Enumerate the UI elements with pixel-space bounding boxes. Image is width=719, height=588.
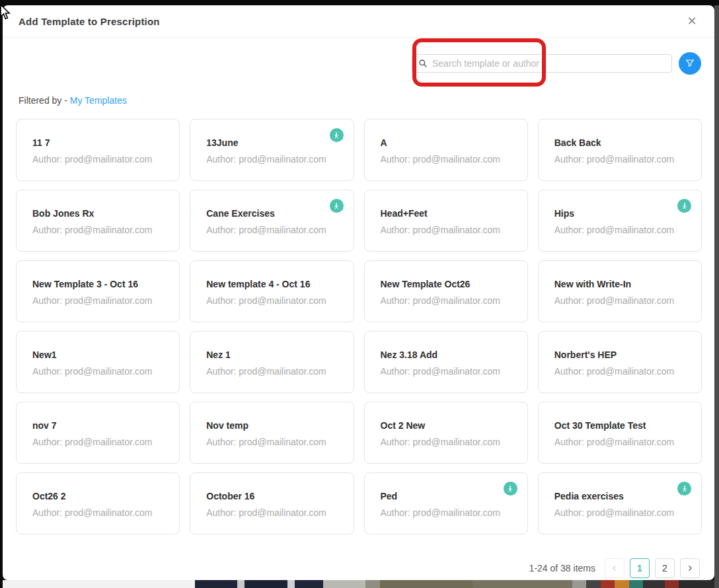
exercise-badge-icon — [504, 482, 517, 496]
search-icon — [418, 59, 428, 68]
page-button-1[interactable]: 1 — [630, 558, 650, 578]
template-card[interactable]: Back Back Author: prod@mailinator.com — [538, 119, 702, 181]
template-card-author: Author: prod@mailinator.com — [32, 295, 169, 306]
template-card-author: Author: prod@mailinator.com — [381, 366, 517, 377]
template-card[interactable]: Oct 2 New Author: prod@mailinator.com — [364, 402, 528, 464]
template-card[interactable]: Bob Jones Rx Author: prod@mailinator.com — [16, 190, 180, 252]
template-card[interactable]: Cane Exercises Author: prod@mailinator.c… — [190, 190, 354, 252]
template-card[interactable]: New with Write-In Author: prod@mailinato… — [538, 260, 702, 322]
filtered-by-label: Filtered by - — [19, 95, 67, 106]
template-card[interactable]: Pedia exercises Author: prod@mailinator.… — [538, 472, 702, 534]
pagination-summary: 1-24 of 38 items — [529, 563, 595, 573]
template-card-title: 11 7 — [32, 137, 169, 148]
template-card-title: 13June — [206, 137, 342, 148]
template-card-title: New template 4 - Oct 16 — [206, 279, 342, 289]
template-card-author: Author: prod@mailinator.com — [381, 507, 517, 518]
template-card-title: Back Back — [554, 137, 691, 148]
template-card-title: New with Write-In — [554, 279, 691, 289]
funnel-icon — [685, 58, 695, 69]
template-card[interactable]: Norbert's HEP Author: prod@mailinator.co… — [538, 331, 702, 393]
template-card-title: Cane Exercises — [206, 208, 342, 219]
template-card-author: Author: prod@mailinator.com — [206, 225, 342, 235]
template-card-title: New1 — [32, 349, 169, 360]
chevron-left-icon — [611, 565, 618, 571]
template-card-title: Oct26 2 — [32, 491, 169, 501]
exercise-badge-icon — [677, 199, 691, 213]
prev-page-button[interactable] — [605, 558, 624, 578]
template-card[interactable]: 11 7 Author: prod@mailinator.com — [16, 119, 180, 181]
template-card-author: Author: prod@mailinator.com — [554, 366, 691, 377]
scrollbar[interactable] — [714, 5, 719, 588]
template-card-title: Bob Jones Rx — [32, 208, 169, 219]
template-card-author: Author: prod@mailinator.com — [206, 507, 342, 518]
template-card-title: New Template Oct26 — [381, 279, 517, 289]
template-card-title: Oct 30 Template Test — [554, 420, 691, 431]
exercise-badge-icon — [677, 482, 691, 496]
search-row — [3, 38, 714, 75]
pagination: 1-24 of 38 items 1 2 — [3, 534, 714, 578]
modal-header: Add Template to Prescription ✕ — [3, 5, 714, 38]
search-input[interactable] — [412, 54, 672, 73]
template-card[interactable]: Hips Author: prod@mailinator.com — [538, 190, 702, 252]
chevron-right-icon — [687, 565, 693, 571]
template-card-author: Author: prod@mailinator.com — [206, 295, 342, 306]
my-templates-link[interactable]: My Templates — [70, 95, 127, 106]
template-card-title: Oct 2 New — [381, 420, 517, 431]
template-card[interactable]: Nov temp Author: prod@mailinator.com — [190, 402, 354, 464]
template-card-author: Author: prod@mailinator.com — [32, 154, 169, 165]
template-card[interactable]: New Template 3 - Oct 16 Author: prod@mai… — [16, 260, 180, 322]
template-card-title: nov 7 — [32, 420, 169, 431]
template-card[interactable]: New Template Oct26 Author: prod@mailinat… — [364, 260, 528, 322]
template-card-author: Author: prod@mailinator.com — [381, 225, 517, 235]
template-card-author: Author: prod@mailinator.com — [554, 225, 691, 235]
exercise-badge-icon — [330, 199, 344, 213]
template-card-title: New Template 3 - Oct 16 — [32, 279, 169, 289]
template-card-title: Hips — [554, 208, 691, 219]
template-card-title: Head+Feet — [381, 208, 517, 219]
template-card[interactable]: Head+Feet Author: prod@mailinator.com — [364, 190, 528, 252]
template-card-title: A — [381, 137, 517, 148]
template-card-title: Pedia exercises — [554, 491, 691, 501]
template-card[interactable]: A Author: prod@mailinator.com — [364, 119, 528, 181]
template-card-title: Nov temp — [206, 420, 342, 431]
filtered-by-line: Filtered by - My Templates — [3, 75, 714, 106]
template-card-author: Author: prod@mailinator.com — [554, 507, 691, 518]
template-card-title: Norbert's HEP — [554, 349, 691, 360]
template-grid: 11 7 Author: prod@mailinator.com 13June … — [3, 106, 714, 534]
template-card[interactable]: New1 Author: prod@mailinator.com — [16, 331, 180, 393]
template-card-author: Author: prod@mailinator.com — [554, 295, 691, 306]
template-card[interactable]: 13June Author: prod@mailinator.com — [190, 119, 354, 181]
modal-title: Add Template to Prescription — [19, 16, 160, 27]
template-card-author: Author: prod@mailinator.com — [32, 507, 169, 518]
filter-button[interactable] — [679, 52, 701, 75]
template-card-author: Author: prod@mailinator.com — [554, 437, 691, 447]
template-card[interactable]: nov 7 Author: prod@mailinator.com — [16, 402, 180, 464]
template-card[interactable]: Oct 30 Template Test Author: prod@mailin… — [538, 402, 702, 464]
template-card-title: October 16 — [206, 491, 342, 501]
template-card-author: Author: prod@mailinator.com — [32, 225, 169, 235]
template-card-title: Ped — [381, 491, 517, 501]
template-card-author: Author: prod@mailinator.com — [381, 295, 517, 306]
close-icon[interactable]: ✕ — [683, 12, 701, 30]
exercise-badge-icon — [330, 128, 344, 142]
template-card[interactable]: Nez 1 Author: prod@mailinator.com — [190, 331, 354, 393]
background-page-strip — [3, 580, 714, 588]
template-card-author: Author: prod@mailinator.com — [206, 154, 342, 165]
search-wrap — [412, 54, 672, 73]
template-card-author: Author: prod@mailinator.com — [381, 154, 517, 165]
add-template-modal: Add Template to Prescription ✕ Filtered … — [3, 5, 714, 580]
template-card-title: Nez 1 — [206, 349, 342, 360]
template-card-author: Author: prod@mailinator.com — [554, 154, 691, 165]
template-card-title: Nez 3.18 Add — [381, 349, 517, 360]
template-card[interactable]: Ped Author: prod@mailinator.com — [364, 472, 528, 534]
page-button-2[interactable]: 2 — [655, 558, 675, 578]
template-card[interactable]: Oct26 2 Author: prod@mailinator.com — [16, 472, 180, 534]
template-card[interactable]: New template 4 - Oct 16 Author: prod@mai… — [190, 260, 354, 322]
template-card-author: Author: prod@mailinator.com — [32, 437, 169, 447]
template-card-author: Author: prod@mailinator.com — [206, 366, 342, 377]
template-card-author: Author: prod@mailinator.com — [32, 366, 169, 377]
template-card-author: Author: prod@mailinator.com — [381, 437, 517, 447]
template-card[interactable]: Nez 3.18 Add Author: prod@mailinator.com — [364, 331, 528, 393]
template-card[interactable]: October 16 Author: prod@mailinator.com — [190, 472, 354, 534]
next-page-button[interactable] — [680, 558, 700, 578]
